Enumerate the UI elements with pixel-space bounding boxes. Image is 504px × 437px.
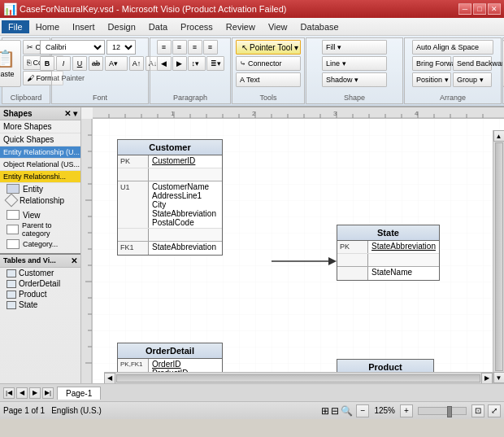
arrange-group: Auto Align & Space Bring Forward Send Ba… bbox=[404, 37, 502, 104]
indent-increase-button[interactable]: ▶ bbox=[172, 56, 187, 71]
state-table-item[interactable]: State bbox=[0, 299, 80, 310]
view-shape-icon bbox=[7, 210, 20, 220]
menu-insert[interactable]: Insert bbox=[66, 20, 102, 33]
entity-relationshi-item[interactable]: Entity Relationshi... bbox=[0, 171, 80, 183]
customer-entity[interactable]: Customer PK CustomerID U1 CustomerNameAd… bbox=[117, 139, 223, 256]
position-button[interactable]: Position ▾ bbox=[412, 72, 451, 87]
quick-shapes-item[interactable]: Quick Shapes bbox=[0, 133, 80, 146]
canvas-area[interactable]: 1 2 3 4 bbox=[81, 107, 504, 383]
bold-button[interactable]: B bbox=[40, 56, 54, 71]
svg-text:4: 4 bbox=[415, 110, 419, 117]
menu-design[interactable]: Design bbox=[102, 20, 142, 33]
canvas-content[interactable]: Customer PK CustomerID U1 CustomerNameAd… bbox=[93, 119, 504, 383]
scrollbar-horizontal[interactable]: ◀ ▶ bbox=[104, 372, 493, 383]
state-title: State bbox=[377, 228, 399, 238]
maximize-view-button[interactable]: ⤢ bbox=[488, 404, 501, 417]
page-tab-first[interactable]: |◀ bbox=[3, 387, 15, 399]
parent-category-item[interactable]: Parent to category bbox=[0, 221, 80, 238]
page-tab-page1[interactable]: Page-1 bbox=[57, 387, 101, 400]
pointer-dropdown[interactable]: ▾ bbox=[294, 43, 298, 52]
close-button[interactable]: ✕ bbox=[488, 3, 501, 15]
font-size-increase[interactable]: A↑ bbox=[129, 56, 144, 71]
auto-align-button[interactable]: Auto Align & Space bbox=[412, 40, 493, 55]
menu-database[interactable]: Database bbox=[294, 20, 345, 33]
scroll-h-thumb[interactable] bbox=[116, 374, 480, 382]
ruler-horizontal: 1 2 3 4 bbox=[93, 107, 504, 119]
paste-icon: 📋 bbox=[0, 49, 15, 68]
left-panel: Shapes ✕ ▾ More Shapes Quick Shapes Enti… bbox=[0, 107, 81, 383]
svg-text:1: 1 bbox=[171, 110, 175, 117]
align-right-button[interactable]: ≡ bbox=[188, 40, 202, 55]
fit-page-button[interactable]: ⊡ bbox=[471, 404, 484, 417]
menu-data[interactable]: Data bbox=[142, 20, 174, 33]
connector-button[interactable]: ⤷ Connector bbox=[236, 56, 301, 71]
font-size-selector[interactable]: 12pt bbox=[106, 40, 136, 55]
minimize-button[interactable]: ─ bbox=[458, 3, 471, 15]
font-content: Calibri 12pt B I U ab A▾ A↑ A↓ bbox=[40, 40, 160, 92]
align-left-button[interactable]: ≡ bbox=[157, 40, 172, 55]
customer-row-pk: PK CustomerID bbox=[118, 155, 222, 168]
menu-process[interactable]: Process bbox=[174, 20, 219, 33]
orderdetail-table-item[interactable]: OrderDetail bbox=[0, 278, 80, 289]
relationship-shape-icon bbox=[5, 194, 19, 208]
view-shape-item[interactable]: View bbox=[0, 209, 80, 221]
scroll-up-button[interactable]: ▲ bbox=[493, 130, 505, 142]
menu-file[interactable]: File bbox=[2, 20, 29, 33]
strikethrough-button[interactable]: ab bbox=[89, 56, 103, 71]
menu-review[interactable]: Review bbox=[219, 20, 262, 33]
svg-rect-30 bbox=[81, 119, 93, 383]
align-justify-button[interactable]: ≡ bbox=[203, 40, 218, 55]
zoom-out-button[interactable]: − bbox=[356, 404, 369, 417]
arrange-content: Auto Align & Space Bring Forward Send Ba… bbox=[412, 40, 493, 92]
scroll-left-button[interactable]: ◀ bbox=[104, 373, 115, 384]
text-icon: A bbox=[240, 76, 245, 84]
relationship-shape-item[interactable]: Relationship bbox=[0, 194, 80, 206]
scroll-right-button[interactable]: ▶ bbox=[481, 373, 493, 384]
orderdetail-title: OrderDetail bbox=[146, 346, 194, 356]
send-backward-button[interactable]: Send Backward bbox=[453, 56, 492, 71]
bullets-button[interactable]: ≣▾ bbox=[206, 56, 224, 71]
more-shapes-item[interactable]: More Shapes bbox=[0, 120, 80, 133]
object-relational-item[interactable]: Object Relational (US... bbox=[0, 159, 80, 171]
entity-relationship-item[interactable]: Entity Relationship (U... bbox=[0, 146, 80, 159]
font-name-selector[interactable]: Calibri bbox=[40, 40, 105, 55]
customer-fk1-key: FK1 bbox=[118, 242, 149, 255]
zoom-in-button[interactable]: + bbox=[400, 404, 413, 417]
orderdetail-header: OrderDetail bbox=[118, 343, 222, 359]
state-entity[interactable]: State PK StateAbbreviation StateName bbox=[337, 225, 440, 281]
page-tab-last[interactable]: ▶| bbox=[42, 387, 54, 399]
bring-forward-button[interactable]: Bring Forward bbox=[412, 56, 451, 71]
page-tab-next[interactable]: ▶ bbox=[29, 387, 41, 399]
relationship-shape-label: Relationship bbox=[20, 196, 64, 205]
page-tab-prev[interactable]: ◀ bbox=[16, 387, 28, 399]
fill-button[interactable]: Fill ▾ bbox=[322, 40, 387, 55]
menu-home[interactable]: Home bbox=[29, 20, 66, 33]
group-button[interactable]: Group ▾ bbox=[453, 72, 492, 87]
line-button[interactable]: Line ▾ bbox=[322, 56, 387, 71]
indent-decrease-button[interactable]: ◀ bbox=[157, 56, 172, 71]
customer-pk-field: CustomerID bbox=[149, 155, 222, 168]
font-label: Font bbox=[93, 92, 107, 102]
er-canvas[interactable]: Customer PK CustomerID U1 CustomerNameAd… bbox=[93, 119, 504, 383]
font-color-button[interactable]: A▾ bbox=[105, 56, 128, 71]
line-spacing-button[interactable]: ↕▾ bbox=[188, 56, 206, 71]
paste-button[interactable]: 📋 Paste bbox=[0, 40, 21, 87]
scroll-v-thumb[interactable] bbox=[495, 142, 503, 371]
menu-view[interactable]: View bbox=[262, 20, 294, 33]
category-item[interactable]: Category... bbox=[0, 238, 80, 250]
italic-button[interactable]: I bbox=[56, 56, 71, 71]
shadow-button[interactable]: Shadow ▾ bbox=[322, 72, 387, 87]
maximize-button[interactable]: □ bbox=[473, 3, 486, 15]
entity-shape-item[interactable]: Entity bbox=[0, 183, 80, 194]
customer-fk1-field: StateAbbreviation bbox=[149, 242, 222, 255]
zoom-slider[interactable] bbox=[418, 407, 467, 415]
product-table-item[interactable]: Product bbox=[0, 289, 80, 299]
underline-button[interactable]: U bbox=[72, 56, 87, 71]
title-bar-controls[interactable]: ─ □ ✕ bbox=[458, 3, 501, 15]
text-button[interactable]: A Text bbox=[236, 72, 301, 87]
align-center-button[interactable]: ≡ bbox=[172, 40, 187, 55]
scroll-down-button[interactable]: ▼ bbox=[493, 372, 505, 383]
scrollbar-vertical[interactable]: ▲ ▼ bbox=[493, 130, 504, 383]
customer-table-item[interactable]: Customer bbox=[0, 268, 80, 278]
pointer-tool-button[interactable]: ↖ Pointer Tool ▾ bbox=[236, 40, 301, 55]
